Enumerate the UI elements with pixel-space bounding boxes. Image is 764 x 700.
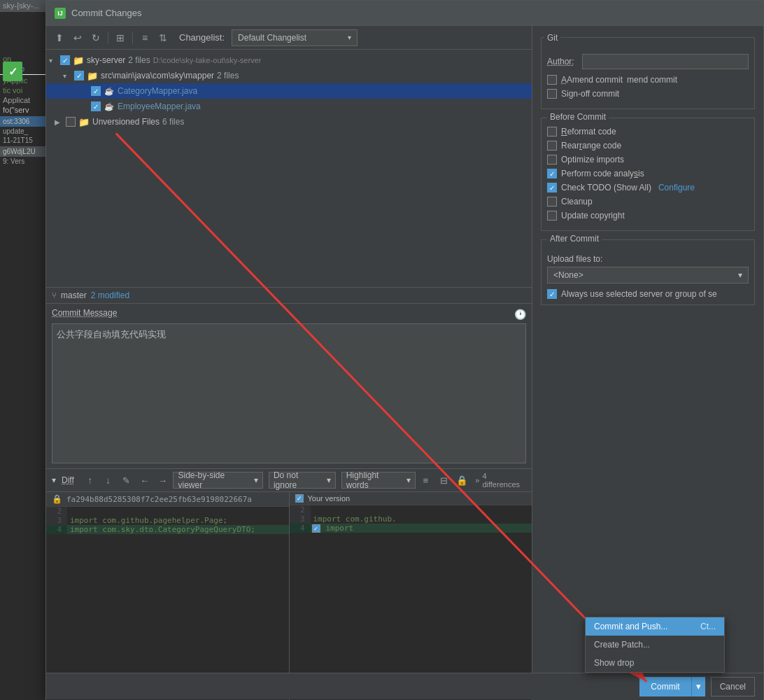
diff-header: ▾ Diff ↑ ↓ ✎ ← → Side-by-side viewer ▾ — [46, 469, 532, 492]
create-patch-item[interactable]: Create Patch... — [586, 636, 724, 654]
toolbar-separator — [108, 31, 108, 44]
optimize-checkbox[interactable] — [547, 155, 557, 164]
dialog-body: ⬆ ↩ ↻ ⊞ ≡ ⇅ Changelist: Default Changeli… — [46, 26, 763, 700]
always-use-row: ✓ Always use selected server or group of… — [547, 289, 749, 299]
ignore-value: Do not ignore — [274, 470, 324, 490]
refresh-button[interactable]: ↻ — [88, 30, 104, 46]
rearrange-checkbox[interactable] — [547, 141, 557, 150]
root-name: sky-server — [87, 55, 125, 65]
author-input[interactable] — [582, 54, 749, 69]
changelist-dropdown[interactable]: Default Changelist ▾ — [232, 29, 358, 46]
commit-split-button[interactable]: ▾ — [691, 677, 705, 696]
employee-file-name: EmployeeMapper.java — [118, 102, 201, 111]
expand-icon: ▾ — [63, 72, 74, 80]
cleanup-checkbox[interactable] — [547, 197, 557, 206]
line-content: import com.github.pagehelper.Page; — [67, 516, 227, 525]
tree-unversioned-item[interactable]: ▶ 📁 Unversioned Files 6 files — [46, 114, 532, 130]
diff-line: 2 — [46, 507, 289, 516]
cleanup-label: Cleanup — [561, 197, 593, 206]
highlight-arrow-icon: ▾ — [406, 475, 411, 485]
sort-asc-button[interactable]: ≡ — [137, 30, 153, 46]
commit-and-push-item[interactable]: Commit and Push... Ct... — [586, 617, 724, 636]
edit-button[interactable]: ✎ — [119, 472, 134, 488]
employee-checkbox[interactable]: ✓ — [91, 102, 101, 111]
line-num: 3 — [290, 514, 311, 524]
code-analysis-checkbox[interactable]: ✓ — [547, 169, 557, 178]
right-checkbox[interactable]: ✓ — [295, 494, 304, 503]
viewer-dropdown[interactable]: Side-by-side viewer ▾ — [173, 472, 262, 489]
ignore-dropdown[interactable]: Do not ignore ▾ — [269, 472, 336, 489]
dialog-title-bar: IJ Commit Changes — [46, 1, 763, 26]
category-checkbox[interactable]: ✓ — [91, 86, 101, 96]
scroll-down-button[interactable]: ↓ — [101, 472, 116, 488]
show-drop-label: Show drop — [594, 658, 634, 668]
amend-commit-checkbox[interactable] — [547, 75, 557, 85]
code-line: update_ — [0, 127, 49, 136]
back-button[interactable]: ← — [137, 472, 153, 488]
highlight-dropdown[interactable]: Highlight words ▾ — [341, 472, 416, 489]
reformat-checkbox[interactable] — [547, 127, 557, 136]
expand-all-button[interactable]: ⬆ — [52, 30, 67, 46]
toolbar: ⬆ ↩ ↻ ⊞ ≡ ⇅ Changelist: Default Changeli… — [46, 26, 532, 50]
package-checkbox[interactable]: ✓ — [74, 71, 84, 80]
show-drop-item[interactable]: Show drop — [586, 654, 724, 672]
line-num: 4 — [290, 524, 311, 533]
rearrange-label: Rearrange code — [561, 141, 621, 150]
amend-commit-row: AAmend commit mend commit — [547, 75, 749, 85]
commit-button[interactable]: Commit — [639, 677, 691, 696]
amend-label-text: mend commit — [627, 75, 677, 85]
commit-button-group: Commit ▾ — [639, 677, 705, 696]
commit-check-button[interactable]: ✓ — [3, 62, 22, 81]
split-button[interactable]: ⊟ — [436, 472, 451, 488]
root-path: D:\code\sky-take-out\sky-server — [153, 56, 262, 64]
update-copyright-checkbox[interactable] — [547, 211, 557, 220]
commit-message-input[interactable]: 公共字段自动填充代码实现 — [52, 323, 526, 463]
configure-link[interactable]: Configure — [658, 183, 695, 192]
java-file-icon: ☕ — [104, 85, 115, 97]
unversioned-checkbox[interactable] — [66, 117, 76, 127]
signoff-checkbox[interactable] — [547, 89, 557, 99]
editor-tab[interactable]: sky-[sky-... — [0, 0, 49, 12]
commit-msg-label: Commit Message — [52, 308, 117, 318]
folder-icon: 📁 — [73, 55, 84, 66]
line-num: 3 — [46, 516, 67, 525]
code-line: fo("serv — [0, 105, 49, 115]
diff-left-file-bar: 🔒 fa294b88d5285308f7c2ee25fb63e919802266… — [46, 492, 289, 507]
group-button[interactable]: ⊞ — [113, 30, 128, 46]
align-button[interactable]: ≡ — [418, 472, 434, 488]
modified-link[interactable]: 2 modified — [91, 290, 129, 300]
sort-desc-button[interactable]: ⇅ — [155, 30, 171, 46]
tree-file-item-category[interactable]: ✓ ☕ CategoryMapper.java — [46, 83, 532, 99]
author-row: Author: — [547, 54, 749, 69]
tree-root-item[interactable]: ▾ ✓ 📁 sky-server 2 files D:\code\sky-tak… — [46, 52, 532, 68]
diff-left-code[interactable]: 2 3 import com.github.pagehelper.Page; 4… — [46, 507, 289, 696]
after-commit-content: Upload files to: <None> ▾ ✓ Always use s… — [547, 254, 749, 299]
expand-icon: ▾ — [49, 57, 60, 64]
forward-button[interactable]: → — [155, 472, 171, 488]
undo-button[interactable]: ↩ — [70, 30, 85, 46]
history-icon[interactable]: 🕐 — [514, 309, 526, 320]
package-folder-icon: 📁 — [87, 70, 98, 81]
line-checkbox[interactable]: ✓ — [312, 524, 320, 533]
root-checkbox[interactable]: ✓ — [60, 55, 70, 65]
tree-file-item-employee[interactable]: ✓ ☕ EmployeeMapper.java — [46, 99, 532, 114]
diff-right-panel: ✓ Your version 2 3 import com.github. — [290, 492, 532, 700]
line-num: 2 — [46, 507, 67, 516]
diff-right-code[interactable]: 2 3 import com.github. 4 ✓ import — [290, 505, 532, 694]
signoff-row: Sign-off commit — [547, 89, 749, 99]
upload-dropdown[interactable]: <None> ▾ — [547, 267, 749, 284]
update-copyright-label: Update copyright — [561, 211, 625, 220]
code-line: 11-21T15 — [0, 136, 49, 145]
package-count: 2 files — [217, 71, 239, 80]
unversioned-name: Unversioned Files — [92, 117, 160, 127]
tree-package-item[interactable]: ▾ ✓ 📁 src\main\java\com\sky\mapper 2 fil… — [46, 68, 532, 83]
diff-expand-icon[interactable]: ▾ — [52, 475, 56, 485]
author-label: Author: — [547, 57, 582, 66]
check-todo-checkbox[interactable]: ✓ — [547, 183, 557, 192]
always-use-checkbox[interactable]: ✓ — [547, 289, 557, 299]
diff-count: » — [475, 476, 479, 484]
lock-button[interactable]: 🔒 — [454, 472, 469, 488]
check-todo-label: Check TODO (Show All) — [561, 183, 651, 192]
scroll-up-button[interactable]: ↑ — [83, 472, 98, 488]
cancel-button[interactable]: Cancel — [711, 677, 755, 696]
